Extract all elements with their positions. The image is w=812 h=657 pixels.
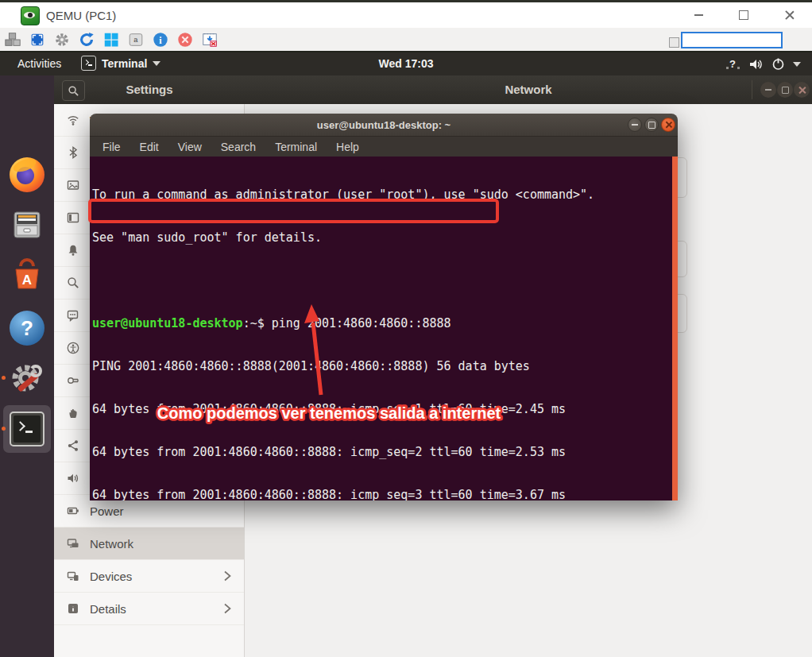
running-indicator-dot: [2, 376, 6, 380]
capture-display-button[interactable]: [200, 30, 219, 49]
power-icon: [771, 57, 785, 71]
settings-title: Settings: [54, 83, 245, 96]
qemu-host-window: QEMU (PC1): [0, 0, 812, 657]
sidebar-item-details[interactable]: Details: [54, 593, 244, 625]
maximize-button[interactable]: [725, 2, 762, 28]
maximize-icon: [782, 87, 789, 94]
sidebar-item-devices[interactable]: Devices: [54, 560, 244, 593]
capture-display-icon: [201, 31, 218, 48]
terminal-line: PING 2001:4860:4860::8888(2001:4860:4860…: [92, 359, 594, 373]
terminal-minimize-button[interactable]: [628, 118, 642, 132]
close-button[interactable]: [771, 2, 808, 28]
terminal-line: 64 bytes from 2001:4860:4860::8888: icmp…: [92, 402, 594, 416]
software-bag-icon: A: [10, 258, 44, 293]
chevron-down-icon: [793, 62, 801, 67]
close-icon: [785, 10, 795, 20]
wifi-icon: [67, 114, 79, 126]
menu-terminal[interactable]: Terminal: [275, 141, 317, 153]
keyboard-key-icon: a: [127, 31, 145, 48]
close-icon: [798, 87, 806, 94]
settings-gear-button[interactable]: [52, 30, 72, 49]
stop-button[interactable]: [176, 30, 195, 49]
menu-view[interactable]: View: [178, 141, 202, 153]
info-button[interactable]: i: [151, 30, 170, 49]
sidebar-item-network[interactable]: Network: [54, 528, 244, 560]
language-icon: [67, 309, 79, 322]
terminal-scrollbar[interactable]: [672, 157, 678, 500]
qemu-titlebar: QEMU (PC1): [0, 2, 812, 28]
network-icon: [67, 537, 79, 550]
windows-logo-button[interactable]: [102, 30, 121, 49]
terminal-line: 64 bytes from 2001:4860:4860::8888: icmp…: [92, 488, 594, 500]
shell-prompt: user@ubuntu18-desktop: [92, 316, 243, 330]
search-icon: [67, 276, 79, 289]
online-accounts-icon: [67, 374, 79, 387]
terminal-line: [92, 273, 594, 288]
running-indicator-dot: [2, 427, 6, 431]
fullscreen-button[interactable]: [28, 30, 47, 49]
dock-item-terminal[interactable]: [8, 410, 46, 448]
settings-minimize-button[interactable]: [760, 82, 776, 98]
settings-maximize-button[interactable]: [777, 82, 793, 98]
machine-blocks-icon: [4, 31, 21, 48]
terminal-close-button[interactable]: [661, 118, 675, 132]
minimize-icon: [632, 124, 638, 126]
windows-logo-icon: [102, 31, 120, 48]
speaker-icon: [67, 472, 79, 485]
sidebar-item-label: Power: [90, 504, 124, 518]
devices-icon: [67, 570, 79, 582]
shell-command: ping 2001:4860:4860::8888: [272, 316, 451, 330]
prompt-suffix: :~$: [243, 316, 272, 330]
toolbar-toggle-box[interactable]: [669, 37, 679, 48]
sidebar-item-label: Details: [90, 602, 126, 616]
menu-help[interactable]: Help: [336, 141, 359, 153]
minimize-icon: [765, 89, 771, 91]
toolbar-input[interactable]: [681, 32, 783, 48]
keyboard-key-button[interactable]: a: [126, 30, 145, 49]
machine-blocks-button[interactable]: [3, 30, 22, 49]
privacy-hand-icon: [67, 407, 79, 419]
minimize-button[interactable]: [680, 2, 717, 28]
clock[interactable]: Wed 17:03: [0, 57, 812, 70]
refresh-icon: [78, 31, 95, 48]
refresh-button[interactable]: [77, 30, 96, 49]
share-icon: [67, 439, 79, 452]
dock-item-files[interactable]: [8, 206, 46, 244]
terminal-maximize-button[interactable]: [644, 118, 659, 132]
dock-item-firefox[interactable]: [8, 156, 46, 194]
svg-text:A: A: [22, 272, 32, 288]
dock-item-tools[interactable]: [8, 359, 46, 397]
settings-close-button[interactable]: [794, 82, 810, 98]
minimize-icon: [694, 14, 703, 16]
background-icon: [67, 179, 79, 191]
chevron-right-icon: [222, 602, 233, 615]
volume-icon: [749, 58, 764, 71]
terminal-window: user@ubuntu18-desktop: ~ File Edit View …: [90, 114, 678, 500]
menu-search[interactable]: Search: [221, 141, 256, 153]
dock-item-help[interactable]: ?: [8, 309, 46, 347]
dock: A ?: [0, 75, 54, 657]
terminal-line: 64 bytes from 2001:4860:4860::8888: icmp…: [92, 445, 594, 459]
chevron-right-icon: [222, 570, 233, 582]
file-cabinet-icon: [10, 207, 44, 242]
firefox-icon: [10, 157, 44, 192]
close-icon: [665, 122, 671, 128]
dock-icon: [67, 211, 79, 224]
terminal-icon: [10, 412, 44, 446]
bell-icon: [67, 244, 79, 257]
header-separator: [752, 80, 752, 99]
network-unknown-icon: ?: [725, 57, 741, 71]
gear-icon: [53, 31, 71, 48]
terminal-titlebar[interactable]: user@ubuntu18-desktop: ~: [90, 114, 678, 137]
sidebar-item-label: Devices: [90, 570, 132, 583]
menu-file[interactable]: File: [102, 141, 121, 153]
terminal-title: user@ubuntu18-desktop: ~: [90, 119, 678, 131]
system-status-area[interactable]: ?: [725, 55, 801, 73]
battery-icon: [67, 504, 79, 517]
details-info-icon: [67, 602, 79, 615]
qemu-window-title: QEMU (PC1): [46, 9, 116, 22]
fullscreen-icon: [29, 31, 46, 48]
sidebar-item-label: Network: [90, 537, 133, 551]
menu-edit[interactable]: Edit: [140, 141, 159, 153]
dock-item-ubuntu-software[interactable]: A: [8, 257, 46, 295]
